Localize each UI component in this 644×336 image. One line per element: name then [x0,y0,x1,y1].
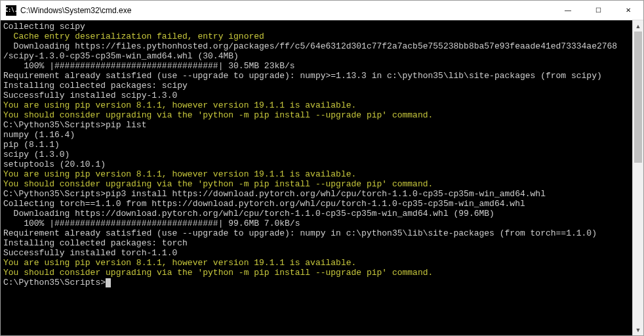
terminal-line: scipy (1.3.0) [3,150,632,159]
terminal-line: You are using pip version 8.1.1, however… [3,100,632,110]
maximize-button[interactable]: ☐ [583,1,613,20]
terminal-line: Installing collected packages: scipy [3,81,632,91]
terminal-line: pip (8.1.1) [3,140,632,150]
terminal-line: C:\Python35\Scripts>pip3 install https:/… [3,189,632,199]
scrollbar-thumb[interactable] [634,32,642,163]
terminal-line: Installing collected packages: torch [3,238,632,248]
terminal-output[interactable]: Collecting scipy Cache entry deserializa… [1,20,632,335]
window-controls: — ☐ ✕ [553,1,643,20]
terminal-line: Successfully installed scipy-1.3.0 [3,91,632,100]
scrollbar-track[interactable] [633,32,643,324]
terminal-line: 100% |################################| … [3,61,632,71]
terminal-line: /scipy-1.3.0-cp35-cp35m-win_amd64.whl (3… [3,51,632,61]
terminal-prompt[interactable]: C:\Python35\Scripts> [3,278,632,287]
window-title: C:\Windows\System32\cmd.exe [20,6,553,15]
terminal-line: You should consider upgrading via the 'p… [3,268,632,278]
vertical-scrollbar[interactable]: ▲ ▼ [632,20,643,335]
terminal-line: Successfully installed torch-1.1.0 [3,248,632,258]
terminal-line: You are using pip version 8.1.1, however… [3,258,632,268]
terminal-line: You should consider upgrading via the 'p… [3,179,632,189]
terminal-line: You should consider upgrading via the 'p… [3,110,632,120]
scroll-up-arrow-icon[interactable]: ▲ [633,20,643,32]
minimize-button[interactable]: — [553,1,583,20]
window-titlebar[interactable]: C:\. C:\Windows\System32\cmd.exe — ☐ ✕ [1,1,643,20]
terminal-line: Cache entry deserialization failed, entr… [3,32,632,41]
terminal-line: Collecting torch==1.1.0 from https://dow… [3,199,632,209]
terminal-line: Requirement already satisfied (use --upg… [3,228,632,238]
terminal-line: Collecting scipy [3,22,632,32]
terminal-line: 100% |################################| … [3,219,632,228]
terminal-area: Collecting scipy Cache entry deserializa… [1,20,643,335]
close-button[interactable]: ✕ [613,1,643,20]
terminal-line: You are using pip version 8.1.1, however… [3,169,632,179]
cursor [106,278,111,287]
scroll-down-arrow-icon[interactable]: ▼ [633,324,643,335]
terminal-line: C:\Python35\Scripts>pip list [3,120,632,130]
terminal-line: Downloading https://download.pytorch.org… [3,209,632,219]
terminal-line: numpy (1.16.4) [3,130,632,140]
cmd-icon: C:\. [6,5,16,16]
terminal-line: setuptools (20.10.1) [3,159,632,169]
terminal-line: Requirement already satisfied (use --upg… [3,71,632,81]
terminal-line: Downloading https://files.pythonhosted.o… [3,41,632,51]
